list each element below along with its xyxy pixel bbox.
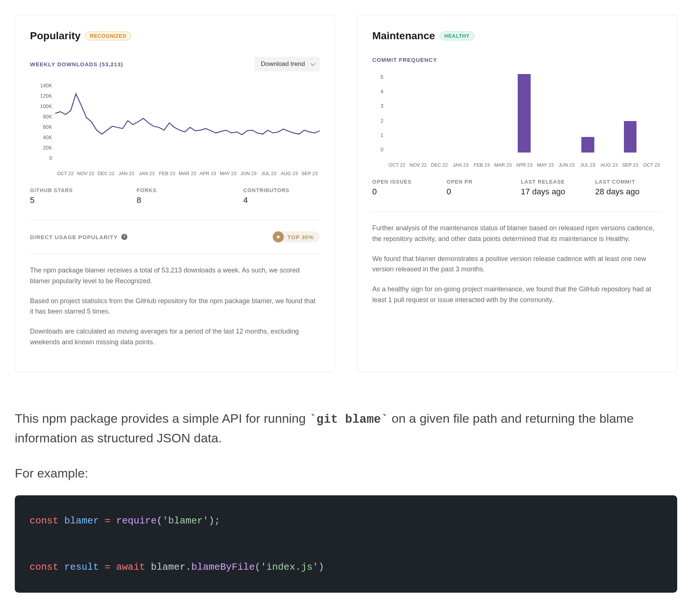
download-trend-dropdown[interactable]: Download trend	[254, 57, 320, 71]
divider	[30, 254, 320, 254]
code-block: const blamer = require('blamer'); const …	[15, 495, 677, 593]
maintenance-para-3: As a healthy sign for on-going project m…	[372, 284, 662, 305]
forks-stat: FORKS 8	[137, 187, 236, 205]
package-description: This npm package provides a simple API f…	[15, 409, 677, 448]
open-pr-stat: OPEN PR 0	[447, 179, 514, 197]
commit-value: 28 days ago	[595, 187, 662, 197]
popularity-para-2: Based on project statistics from the Git…	[30, 296, 320, 317]
downloads-line-chart: 140K120K100K80K60K40K20K0	[30, 83, 320, 168]
example-label: For example:	[15, 466, 677, 481]
inline-code: `git blame`	[309, 413, 388, 426]
popularity-card: Popularity RECOGNIZED WEEKLY DOWNLOADS (…	[15, 15, 335, 372]
divider	[372, 211, 662, 212]
commit-label: LAST COMMIT	[595, 179, 662, 185]
commit-frequency-label: COMMIT FREQUENCY	[372, 57, 662, 63]
stars-label: GITHUB STARS	[30, 187, 129, 193]
last-release-stat: LAST RELEASE 17 days ago	[521, 179, 588, 197]
maintenance-para-2: We found that blamer demonstrates a posi…	[372, 254, 662, 275]
commit-frequency-bar-chart: 543210	[372, 74, 662, 159]
maintenance-card: Maintenance HEALTHY COMMIT FREQUENCY 543…	[357, 15, 677, 372]
github-stars-stat: GITHUB STARS 5	[30, 187, 129, 205]
popularity-title: Popularity	[30, 30, 81, 42]
issues-label: OPEN ISSUES	[372, 179, 439, 185]
pr-value: 0	[447, 187, 514, 197]
last-commit-stat: LAST COMMIT 28 days ago	[595, 179, 662, 197]
contributors-label: CONTRIBUTORS	[243, 187, 320, 193]
healthy-badge: HEALTHY	[440, 31, 475, 40]
maintenance-title: Maintenance	[372, 30, 435, 42]
star-icon: ★	[273, 231, 284, 242]
direct-usage-label: DIRECT USAGE POPULARITY ?	[30, 234, 127, 240]
open-issues-stat: OPEN ISSUES 0	[372, 179, 439, 197]
help-icon[interactable]: ?	[121, 234, 127, 240]
issues-value: 0	[372, 187, 439, 197]
forks-label: FORKS	[137, 187, 236, 193]
popularity-para-1: The npm package blamer receives a total …	[30, 265, 320, 287]
contributors-value: 4	[243, 195, 320, 205]
download-trend-label: Download trend	[261, 60, 305, 68]
top-30-badge: ★ TOP 30%	[273, 231, 320, 242]
divider	[30, 220, 320, 220]
maintenance-para-1: Further analysis of the maintenance stat…	[372, 223, 662, 244]
release-value: 17 days ago	[521, 187, 588, 197]
stars-value: 5	[30, 195, 129, 205]
release-label: LAST RELEASE	[521, 179, 588, 185]
pr-label: OPEN PR	[447, 179, 514, 185]
recognized-badge: RECOGNIZED	[85, 31, 131, 40]
popularity-para-3: Downloads are calculated as moving avera…	[30, 326, 320, 348]
weekly-downloads-label: WEEKLY DOWNLOADS (53,213)	[30, 61, 123, 67]
forks-value: 8	[137, 195, 236, 205]
contributors-stat: CONTRIBUTORS 4	[243, 187, 320, 205]
